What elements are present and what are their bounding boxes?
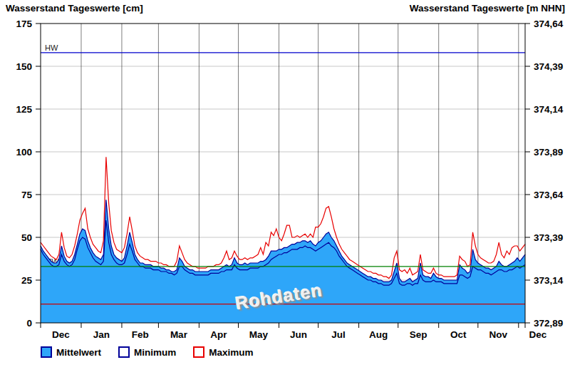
ytick-right-label: 374,14: [534, 104, 564, 115]
chart-legend: Mittelwert Minimum Maximum: [41, 346, 254, 358]
maximum-swatch-icon: [193, 346, 204, 358]
xtick-month-label: Jul: [331, 329, 346, 340]
ytick-right-label: 372,89: [534, 318, 563, 329]
ytick-right-label: 373,64: [534, 190, 564, 200]
xtick-month-label: Nov: [489, 329, 508, 340]
ytick-right-label: 374,39: [534, 61, 563, 72]
xtick-month-label: Aug: [369, 329, 388, 340]
ytick-left-label: 100: [16, 147, 32, 158]
chart-plot-area: HWMWNW0372,8925373,1450373,3975373,64100…: [0, 0, 570, 392]
xtick-month-label: Mar: [170, 329, 188, 340]
ytick-right-label: 373,14: [534, 275, 564, 286]
xtick-month-label: Dec: [52, 329, 70, 340]
ytick-left-label: 25: [21, 275, 33, 286]
ytick-right-label: 373,39: [534, 232, 563, 243]
minimum-swatch-icon: [118, 346, 130, 358]
legend-item-minimum: Minimum: [118, 346, 176, 358]
ytick-left-label: 175: [16, 19, 32, 29]
legend-item-mittelwert: Mittelwert: [41, 346, 101, 358]
legend-item-maximum: Maximum: [193, 346, 253, 358]
xtick-month-label: Dec: [529, 329, 546, 340]
water-level-chart-screen: Wasserstand Tageswerte [cm] Wasserstand …: [0, 0, 570, 392]
legend-label-maximum: Maximum: [209, 347, 253, 358]
legend-label-minimum: Minimum: [134, 347, 176, 358]
ytick-right-label: 373,89: [534, 147, 563, 158]
ytick-right-label: 374,64: [534, 19, 564, 29]
xtick-month-label: Oct: [450, 329, 467, 340]
annotation-label-hw: HW: [45, 43, 58, 52]
xtick-month-label: Sep: [410, 329, 428, 340]
xtick-month-label: Feb: [132, 329, 149, 340]
ytick-left-label: 125: [16, 104, 32, 115]
ytick-left-label: 50: [21, 232, 32, 243]
xtick-month-label: May: [249, 329, 269, 340]
legend-label-mittelwert: Mittelwert: [56, 347, 101, 358]
ytick-left-label: 150: [16, 61, 32, 72]
ytick-left-label: 0: [26, 318, 32, 329]
mittelwert-swatch-icon: [41, 346, 52, 358]
xtick-month-label: Apr: [210, 329, 227, 340]
ytick-left-label: 75: [21, 190, 33, 200]
xtick-month-label: Jan: [93, 329, 110, 340]
xtick-month-label: Jun: [290, 329, 307, 340]
